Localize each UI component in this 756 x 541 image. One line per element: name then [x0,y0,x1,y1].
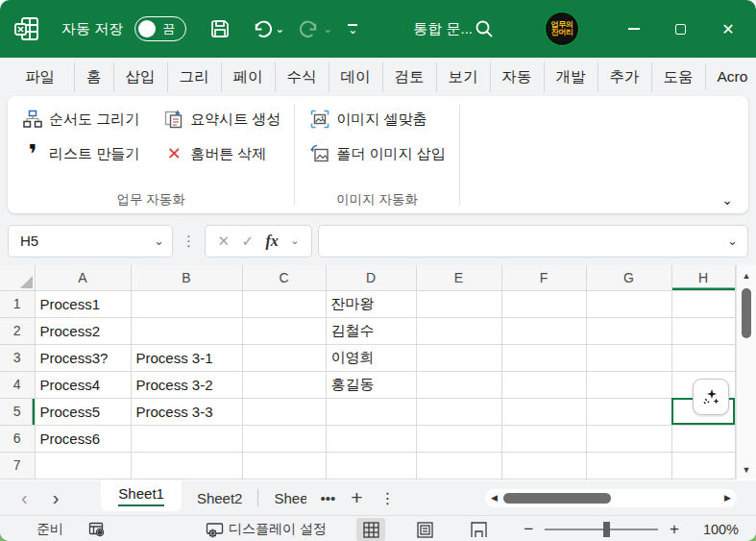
cell-E5[interactable] [416,398,501,425]
tab-acrobat[interactable]: Acro [705,63,756,90]
new-sheet-icon[interactable]: + [351,486,362,509]
cell-C4[interactable] [242,371,326,398]
tab-developer[interactable]: 개발 [544,62,597,92]
scroll-down-icon[interactable]: ▼ [737,465,756,475]
page-layout-view-icon[interactable] [410,518,439,541]
sheet-next-icon[interactable]: › [53,487,60,509]
cell-D2[interactable]: 김철수 [326,317,416,344]
scroll-left-icon[interactable]: ◀ [491,493,498,503]
cancel-icon[interactable]: ✕ [217,233,230,250]
cell-G6[interactable] [586,425,671,452]
formula-input[interactable]: ⌄ [318,225,748,258]
cell-B1[interactable] [131,290,242,317]
row-header-7[interactable]: 7 [0,452,35,479]
cell-A2[interactable]: Process2 [35,317,131,344]
zoom-in-icon[interactable]: + [670,520,679,539]
tab-help[interactable]: 도움 [651,62,705,92]
cell-G4[interactable] [586,371,671,398]
vertical-scrollbar[interactable]: ▲ ▼ [736,265,756,479]
cell-C5[interactable] [242,398,326,425]
name-box[interactable]: H5 ⌄ [8,225,173,258]
cell-A1[interactable]: Process1 [35,290,131,317]
cell-F4[interactable] [501,371,586,398]
cell-H2[interactable] [671,317,735,344]
tab-insert[interactable]: 삽입 [113,62,167,92]
vertical-scroll-thumb[interactable] [742,288,751,338]
tab-data[interactable]: 데이 [329,62,382,92]
col-header-C[interactable]: C [242,265,326,290]
cell-E4[interactable] [416,371,501,398]
col-header-G[interactable]: G [586,265,671,290]
formula-bar-handle-icon[interactable]: ⋮ [182,233,196,250]
cell-G5[interactable] [586,398,671,425]
tab-page-layout[interactable]: 페이 [221,62,275,92]
account-avatar[interactable]: 업무의 잔머리 [545,12,579,46]
col-header-A[interactable]: A [35,265,131,290]
close-button[interactable]: ✕ [714,20,743,38]
undo-button[interactable]: ⌄ [252,19,284,39]
cell-A3[interactable]: Process3? [35,344,131,371]
tab-view[interactable]: 보기 [436,62,490,92]
name-box-chevron-icon[interactable]: ⌄ [154,234,164,248]
sheet-options-icon[interactable]: ⋮ [379,489,395,507]
tab-home[interactable]: 홈 [74,62,113,92]
horizontal-scrollbar[interactable]: ◀ ▶ [485,489,737,507]
tab-draw[interactable]: 그리 [167,62,221,92]
image-cell-fit-button[interactable]: 이미지 셀맞춤 [310,110,445,129]
cell-B3[interactable]: Process 3-1 [131,344,242,371]
more-sheets-icon[interactable]: ••• [320,490,335,506]
sheet-tab-sheet3[interactable]: Sheet3 [258,483,306,513]
record-macro-icon[interactable] [88,521,106,538]
cell-A7[interactable] [35,452,131,479]
cell-F3[interactable] [501,344,586,371]
cell-E2[interactable] [416,317,501,344]
formula-expand-icon[interactable]: ⌄ [727,234,738,248]
excel-app-icon[interactable] [13,15,40,42]
cell-D3[interactable]: 이영희 [326,344,416,371]
delete-home-button[interactable]: ✕ 홈버튼 삭제 [164,144,280,163]
cell-B6[interactable] [131,425,242,452]
row-header-1[interactable]: 1 [0,290,35,317]
cell-G7[interactable] [586,452,671,479]
cell-E3[interactable] [416,344,501,371]
cell-A4[interactable]: Process4 [35,371,131,398]
col-header-F[interactable]: F [501,265,586,290]
cell-C2[interactable] [242,317,326,344]
cell-C1[interactable] [242,290,326,317]
row-header-4[interactable]: 4 [0,371,35,398]
cell-B2[interactable] [131,317,242,344]
cell-E6[interactable] [416,425,501,452]
cell-H3[interactable] [671,344,735,371]
row-header-6[interactable]: 6 [0,425,35,452]
cell-D1[interactable]: 잔마왕 [326,290,416,317]
insert-function-icon[interactable]: fx [266,233,279,250]
cell-A6[interactable]: Process6 [35,425,131,452]
col-header-B[interactable]: B [131,265,242,290]
cell-H1[interactable] [671,290,735,317]
zoom-slider-thumb[interactable] [603,522,610,537]
cell-H7[interactable] [671,452,735,479]
sheet-tab-sheet2[interactable]: Sheet2 [182,483,258,513]
minimize-button[interactable] [620,28,648,30]
cell-E7[interactable] [416,452,501,479]
tab-automate[interactable]: 자동 [490,62,544,92]
cell-D7[interactable] [326,452,416,479]
row-header-3[interactable]: 3 [0,344,35,371]
col-header-D[interactable]: D [326,265,416,290]
cell-F7[interactable] [501,452,586,479]
enter-check-icon[interactable]: ✓ [241,233,254,250]
select-all-corner[interactable] [0,265,35,290]
col-header-E[interactable]: E [416,265,501,290]
row-header-5[interactable]: 5 [0,398,35,425]
cell-A5[interactable]: Process5 [35,398,131,425]
cell-D5[interactable] [326,398,416,425]
cell-F1[interactable] [501,290,586,317]
cell-C6[interactable] [242,425,326,452]
tab-add-ins[interactable]: 추가 [597,62,651,92]
cell-B4[interactable]: Process 3-2 [131,371,242,398]
make-list-button[interactable]: ❜ 리스트 만들기 [23,144,139,163]
cell-E1[interactable] [416,290,501,317]
cell-G3[interactable] [586,344,671,371]
zoom-slider[interactable] [545,529,658,530]
cell-B5[interactable]: Process 3-3 [131,398,242,425]
